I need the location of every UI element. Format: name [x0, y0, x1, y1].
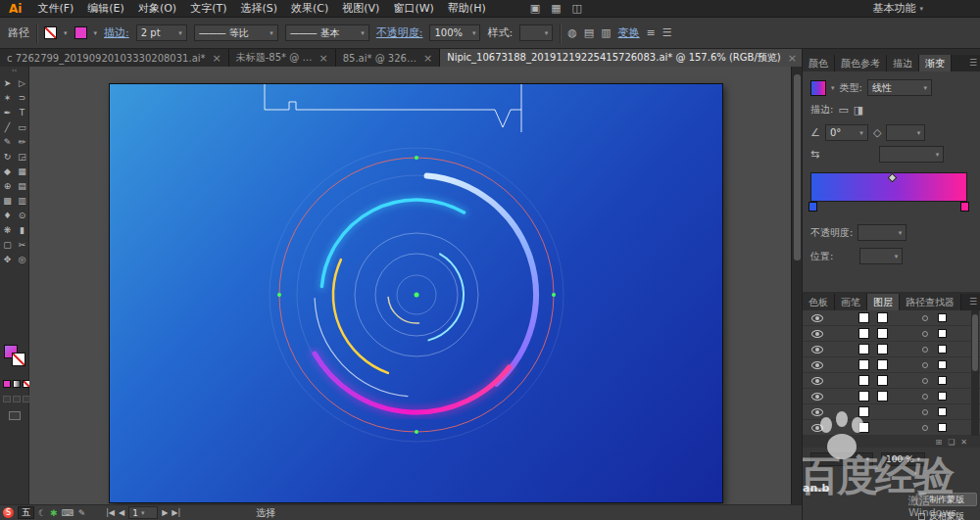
gradient-tool[interactable]: ▥ [15, 194, 29, 209]
visibility-eye-icon[interactable] [811, 377, 823, 385]
zoom-tool[interactable]: ◎ [15, 253, 29, 267]
window-layout-icon[interactable]: ▣ [530, 2, 540, 15]
ime-mode-indicator[interactable]: 五 [18, 506, 34, 519]
gradient-swatch[interactable] [810, 80, 826, 96]
recolor-artwork-icon[interactable]: ◍ [567, 26, 577, 39]
panel-tab[interactable]: 颜色 [803, 55, 835, 71]
transparency-opacity-combo[interactable]: 100 % ▾ [881, 452, 925, 466]
anchor-point[interactable] [415, 156, 418, 160]
artboard[interactable] [110, 84, 722, 502]
rotate-tool[interactable]: ↻ [0, 150, 15, 165]
invert-mask-checkbox[interactable] [918, 513, 925, 520]
menu-item[interactable]: 文件(F) [30, 1, 80, 16]
visibility-eye-icon[interactable] [811, 346, 823, 354]
free-transform-tool[interactable]: ▦ [15, 165, 29, 179]
last-artboard-icon[interactable]: ▶| [172, 508, 180, 517]
layer-row[interactable] [803, 326, 980, 342]
mesh-tool[interactable]: ▩ [0, 194, 15, 209]
target-icon[interactable] [922, 347, 928, 353]
stroke-weight-combo[interactable]: 2 pt ▾ [136, 24, 187, 41]
menu-item[interactable]: 选择(S) [233, 1, 284, 16]
magic-wand-tool[interactable]: ✶ [0, 91, 15, 106]
panel-tab[interactable]: 路径查找器 [900, 294, 961, 310]
cyan-arc[interactable] [321, 200, 464, 286]
inner-cyan-arc[interactable] [428, 254, 464, 340]
artboard-tool[interactable]: ▢ [0, 238, 15, 253]
collapse-panel-icon[interactable]: ‹‹ [0, 67, 28, 74]
selection-tool[interactable]: ➤ [0, 76, 15, 91]
ime-shape-icon[interactable]: ☾ [38, 508, 46, 518]
canvas-area[interactable] [29, 67, 791, 504]
stroke-color-swatch[interactable] [74, 26, 87, 39]
menu-item[interactable]: 编辑(E) [80, 1, 131, 16]
fill-color-swatch[interactable] [44, 26, 57, 39]
invert-mask-option[interactable]: 反相蒙版 [918, 510, 964, 520]
brush-definition-combo[interactable]: ——— 基本 ▾ [285, 24, 369, 41]
close-tab-icon[interactable]: × [213, 52, 221, 65]
visibility-eye-icon[interactable] [811, 408, 823, 416]
opacity-combo[interactable]: 100% ▾ [429, 24, 480, 41]
symbol-sprayer-tool[interactable]: ❋ [0, 223, 15, 238]
anchor-point[interactable] [277, 293, 281, 297]
lasso-tool[interactable]: ⊃ [15, 91, 29, 106]
ime-logo-icon[interactable]: S [3, 507, 14, 518]
menu-item[interactable]: 文字(T) [183, 1, 233, 16]
draw-behind-button[interactable] [13, 396, 21, 402]
menu-item[interactable]: 窗口(W) [386, 1, 440, 16]
inner-yellow-arc[interactable] [388, 298, 418, 324]
gradient-angle-combo[interactable]: 0° ▾ [825, 124, 868, 141]
scrollbar-thumb[interactable] [794, 74, 801, 260]
polyline-shape[interactable] [265, 84, 521, 127]
stroke-proxy-swatch[interactable] [12, 353, 25, 366]
scrollbar-thumb[interactable] [972, 314, 978, 371]
gradient-extra-combo[interactable]: ▾ [879, 146, 944, 163]
panel-tab[interactable]: 图层 [867, 294, 900, 310]
target-icon[interactable] [922, 362, 928, 368]
panel-menu-icon[interactable]: ☰ [965, 294, 980, 310]
document-tab[interactable]: Nipic_10673188_20191219225415726083.ai* … [440, 49, 802, 67]
document-setup-icon[interactable]: ▥ [601, 26, 611, 39]
menu-item[interactable]: 对象(O) [131, 1, 183, 16]
make-mask-button[interactable]: 制作蒙版 [916, 493, 977, 506]
panel-tab[interactable]: 描边 [887, 55, 919, 71]
hand-tool[interactable]: ✥ [0, 253, 15, 267]
document-tab[interactable]: c 7262799_20190920103330208031.ai*× [0, 49, 229, 67]
delete-layer-icon[interactable]: ✕ [960, 438, 967, 447]
opacity-panel-link[interactable]: 不透明度: [376, 25, 423, 40]
visibility-eye-icon[interactable] [811, 314, 823, 322]
new-sublayer-icon[interactable]: ⊞ [935, 438, 942, 447]
first-artboard-icon[interactable]: |◀ [106, 508, 115, 517]
eyedropper-tool[interactable]: ♦ [0, 209, 15, 223]
line-tool[interactable]: ╱ [0, 120, 15, 135]
aspect-ratio-combo[interactable]: ▾ [886, 124, 925, 141]
style-combo[interactable]: ▾ [519, 24, 553, 41]
artboard-number-combo[interactable]: 1 ▾ [128, 506, 158, 519]
document-tab[interactable]: 85.ai* @ 326…× [336, 49, 440, 67]
center-anchor-point[interactable] [415, 293, 419, 298]
layer-row[interactable] [803, 389, 980, 404]
target-icon[interactable] [922, 331, 928, 337]
stroke-panel-link[interactable]: 描边: [104, 25, 129, 40]
align-options-icon[interactable]: ≡ [647, 26, 656, 39]
layer-row[interactable] [803, 310, 980, 326]
layer-row[interactable] [803, 404, 980, 420]
gradient-bar[interactable] [810, 172, 967, 202]
panel-tab[interactable]: 渐变 [919, 55, 952, 71]
gradient-mode-button[interactable] [13, 380, 21, 388]
new-layer-icon[interactable]: ❏ [948, 438, 955, 447]
visibility-eye-icon[interactable] [811, 393, 823, 401]
ime-status-icon[interactable]: ✱ [50, 508, 58, 518]
document-tab[interactable]: 未标题-85* @ …× [229, 49, 336, 67]
shape-builder-tool[interactable]: ⊕ [0, 179, 15, 194]
pen-tool[interactable]: ✒ [0, 106, 15, 120]
width-tool[interactable]: ◆ [0, 165, 15, 179]
layer-row[interactable] [803, 373, 980, 389]
width-profile-combo[interactable]: ——— 等比 ▾ [194, 24, 278, 41]
artwork[interactable] [110, 84, 722, 502]
target-icon[interactable] [922, 409, 928, 415]
gradient-opacity-combo[interactable]: ▾ [858, 224, 906, 241]
panel-menu-icon[interactable]: ☰ [965, 55, 980, 71]
type-tool[interactable]: T [15, 106, 29, 120]
target-icon[interactable] [922, 394, 928, 400]
close-tab-icon[interactable]: × [423, 52, 432, 65]
